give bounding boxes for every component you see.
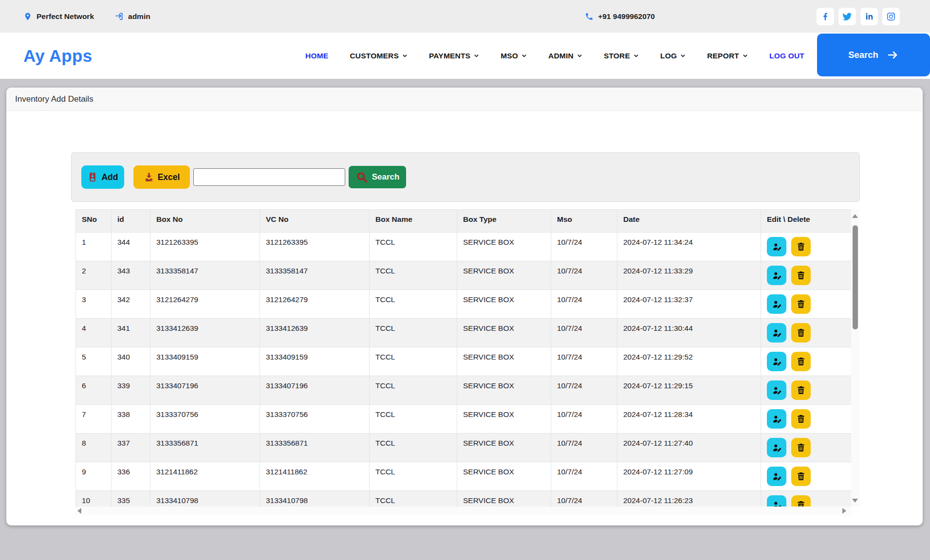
horizontal-scrollbar[interactable] <box>75 506 851 515</box>
edit-button[interactable] <box>767 266 786 285</box>
row-actions <box>767 495 845 506</box>
delete-button[interactable] <box>791 266 811 285</box>
nav-item-mso[interactable]: MSO <box>501 52 527 60</box>
user-edit-icon <box>772 357 782 367</box>
row-actions-cell <box>761 233 852 261</box>
admin-link[interactable]: admin <box>114 12 150 21</box>
trash-icon <box>796 443 806 452</box>
table-cell: 344 <box>112 233 150 261</box>
delete-button[interactable] <box>791 409 811 429</box>
delete-button[interactable] <box>791 467 811 486</box>
table-search-button[interactable]: Search <box>349 166 406 188</box>
edit-button[interactable] <box>767 495 786 506</box>
user-edit-icon <box>772 299 782 309</box>
instagram-icon <box>886 12 896 21</box>
facebook-button[interactable] <box>817 8 834 25</box>
inventory-table: SNo id Box No VC No Box Name Box Type Ms… <box>75 209 851 506</box>
twitter-button[interactable] <box>838 8 856 25</box>
header-search-button[interactable]: Search <box>817 34 930 76</box>
user-edit-icon <box>772 271 782 281</box>
linkedin-button[interactable] <box>860 8 878 25</box>
table-row: 334231212642793121264279TCCLSERVICE BOX1… <box>76 290 852 319</box>
edit-button[interactable] <box>767 380 786 400</box>
scroll-down-arrow-icon[interactable] <box>852 499 858 503</box>
vertical-scrollbar[interactable] <box>851 209 859 506</box>
nav-item-admin[interactable]: ADMIN <box>548 52 582 60</box>
table-cell: TCCL <box>370 491 457 507</box>
inventory-card: Inventory Add Details Add Excel Search <box>6 88 923 525</box>
scroll-right-arrow-icon[interactable] <box>842 508 846 514</box>
scroll-up-arrow-icon[interactable] <box>852 214 858 218</box>
excel-button[interactable]: Excel <box>133 165 190 189</box>
nav-item-logout[interactable]: LOG OUT <box>769 52 804 60</box>
row-actions-cell <box>761 376 852 405</box>
table-cell: 2 <box>76 261 112 290</box>
delete-button[interactable] <box>791 380 811 400</box>
table-cell: 2024-07-12 11:33:29 <box>617 261 761 290</box>
table-row: 933631214118623121411862TCCLSERVICE BOX1… <box>76 462 852 491</box>
table-row: 134431212633953121263395TCCLSERVICE BOX1… <box>76 233 852 261</box>
table-cell: 3133410798 <box>260 491 370 507</box>
table-cell: 3133412639 <box>150 319 260 347</box>
table-cell: 337 <box>112 434 150 462</box>
toolbar: Add Excel Search <box>71 152 860 202</box>
chevron-down-icon <box>577 53 582 58</box>
magnifier-icon <box>355 171 369 184</box>
user-edit-icon <box>772 414 782 424</box>
instagram-button[interactable] <box>882 8 900 25</box>
edit-button[interactable] <box>767 237 786 256</box>
table-cell: 3 <box>76 290 112 319</box>
edit-button[interactable] <box>767 294 786 314</box>
table-cell: SERVICE BOX <box>457 434 551 462</box>
table-row: 1033531334107983133410798TCCLSERVICE BOX… <box>76 491 852 507</box>
row-actions <box>767 438 845 457</box>
vertical-scrollbar-thumb[interactable] <box>853 225 858 329</box>
table-cell: 336 <box>112 462 150 491</box>
delete-button[interactable] <box>791 352 811 371</box>
col-sno: SNo <box>76 210 112 233</box>
delete-button[interactable] <box>791 237 811 256</box>
user-edit-icon <box>772 471 782 482</box>
download-icon <box>144 172 154 182</box>
trash-icon <box>796 328 806 338</box>
table-cell: TCCL <box>370 434 457 462</box>
nav-item-home[interactable]: HOME <box>305 52 328 60</box>
nav-item-customers[interactable]: CUSTOMERS <box>350 52 408 60</box>
table-cell: 2024-07-12 11:27:40 <box>617 434 761 462</box>
table-cell: 2024-07-12 11:27:09 <box>617 462 761 491</box>
search-input[interactable] <box>193 168 345 186</box>
edit-button[interactable] <box>767 352 786 371</box>
table-cell: 10/7/24 <box>551 434 617 462</box>
user-edit-icon <box>772 443 782 453</box>
user-edit-icon <box>772 328 782 338</box>
nav-item-report[interactable]: REPORT <box>707 52 748 60</box>
edit-button[interactable] <box>767 438 786 457</box>
add-button[interactable]: Add <box>81 165 124 189</box>
delete-button[interactable] <box>791 495 811 506</box>
delete-button[interactable] <box>791 438 811 457</box>
nav-item-store[interactable]: STORE <box>604 52 639 60</box>
edit-button[interactable] <box>767 409 786 429</box>
page-title: Inventory Add Details <box>15 94 93 104</box>
linkedin-icon <box>865 12 874 21</box>
row-actions <box>767 380 845 400</box>
table-cell: 3133407196 <box>260 376 370 405</box>
trash-icon <box>796 471 806 481</box>
delete-button[interactable] <box>791 323 811 343</box>
table-cell: TCCL <box>370 261 457 290</box>
row-actions-cell <box>761 290 852 319</box>
table-cell: 3133370756 <box>150 405 260 434</box>
nav-item-log[interactable]: LOG <box>660 52 686 60</box>
row-actions <box>767 409 845 429</box>
topbar: Perfect Network admin +91 9499962070 <box>0 0 930 33</box>
edit-button[interactable] <box>767 467 786 486</box>
admin-label: admin <box>128 12 150 21</box>
delete-button[interactable] <box>791 294 811 314</box>
nav-item-payments[interactable]: PAYMENTS <box>429 52 479 60</box>
topbar-right: +91 9499962070 <box>585 8 900 25</box>
table-cell: 338 <box>112 405 150 434</box>
facebook-icon <box>820 12 830 21</box>
edit-button[interactable] <box>767 323 786 343</box>
scroll-left-arrow-icon[interactable] <box>77 508 81 514</box>
topbar-left: Perfect Network admin <box>23 12 150 21</box>
